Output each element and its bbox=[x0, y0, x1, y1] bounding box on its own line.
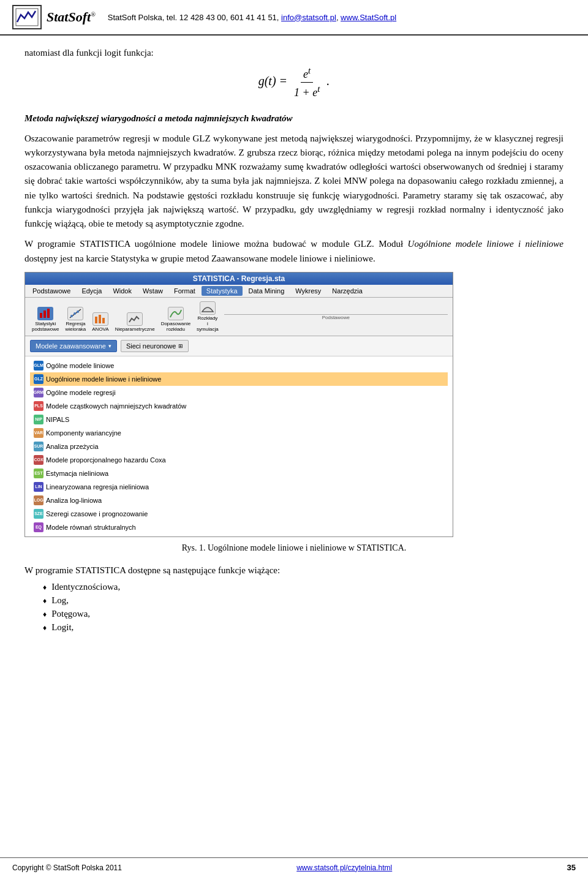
icon-glm: GLM bbox=[34, 361, 43, 371]
statsoft-logo-icon bbox=[12, 5, 42, 29]
section-heading-bold: Metoda największej wiarygodności a metod… bbox=[24, 113, 293, 123]
titlebar-text: STATISTICA - Regresja.sta bbox=[193, 274, 285, 283]
menu-item-komponenty-label: Komponenty wariancyjne bbox=[46, 429, 121, 437]
menu-item-ogolne[interactable]: GLM Ogólne modele liniowe bbox=[30, 359, 448, 372]
contact-text: StatSoft Polska, tel. 12 428 43 00, 601 … bbox=[108, 13, 279, 22]
menu-item-uogolnione-label: Uogólnione modele liniowe i nieliniowe bbox=[46, 375, 161, 383]
dropdown-sieci-neuronowe[interactable]: Sieci neuronowe ⊞ bbox=[121, 340, 189, 352]
icon-glz: GLZ bbox=[34, 374, 43, 384]
svg-point-5 bbox=[70, 315, 73, 317]
toolbar-btn-rozklady[interactable]: Rozkłady isymulacja bbox=[195, 300, 221, 333]
menu-item-ogolne-regresji[interactable]: GRM Ogólne modele regresji bbox=[30, 386, 448, 399]
menu-item-przezycia[interactable]: SUR Analiza przeżycia bbox=[30, 440, 448, 453]
contact-email[interactable]: info@statsoft.pl bbox=[281, 13, 336, 22]
menu-item-komponenty[interactable]: VAR Komponenty wariancyjne bbox=[30, 426, 448, 440]
icon-nip: NIP bbox=[34, 415, 43, 424]
svg-rect-1 bbox=[40, 313, 42, 318]
list-item-identycznosc: Identycznościowa, bbox=[43, 582, 564, 592]
screenshot-toolbar: Statystykipodstawowe Regresjawieloraka A… bbox=[25, 298, 453, 336]
formula-intro-text: natomiast dla funkcji logit funkcja: bbox=[24, 48, 564, 58]
statistica-screenshot: STATISTICA - Regresja.sta Podstawowe Edy… bbox=[24, 272, 453, 537]
menu-item-rownan-label: Modele równań strukturalnych bbox=[46, 524, 136, 531]
bullet-list: Identycznościowa, Log, Potęgowa, Logit, bbox=[24, 582, 564, 633]
list-intro-text: W programie STATISTICA dostępne są nastę… bbox=[24, 565, 564, 576]
menu-item-szeregi-label: Szeregi czasowe i prognozowanie bbox=[46, 510, 148, 518]
body-paragraph-1: Oszacowanie parametrów regresji w module… bbox=[24, 132, 564, 231]
list-item-potegowa-text: Potęgowa, bbox=[51, 609, 90, 619]
toolbar-btn-statystyki[interactable]: Statystykipodstawowe bbox=[30, 306, 61, 333]
icon-est: EST bbox=[34, 469, 43, 478]
logo-area: StatSoft® bbox=[12, 5, 96, 29]
menu-statystyka[interactable]: Statystyka bbox=[202, 286, 243, 296]
menu-item-nipals-label: NIPALS bbox=[46, 416, 69, 423]
menu-widok[interactable]: Widok bbox=[108, 286, 137, 296]
body-paragraph-2: W programie STATISTICA uogólnione modele… bbox=[24, 237, 564, 266]
dropdown-modele-zaawansowane[interactable]: Modele zaawansowane ▾ bbox=[30, 340, 117, 352]
screenshot-titlebar: STATISTICA - Regresja.sta bbox=[25, 273, 453, 285]
menu-item-ogolne-label: Ogólne modele liniowe bbox=[46, 362, 114, 369]
copyright-text: Copyright © StatSoft Polska 2011 bbox=[12, 864, 122, 872]
menu-edycja[interactable]: Edycja bbox=[77, 286, 107, 296]
menu-datamining[interactable]: Data Mining bbox=[244, 286, 290, 296]
icon-grm: GRM bbox=[34, 388, 43, 397]
formula-fraction: et 1 + et bbox=[292, 66, 322, 99]
list-item-logit-text: Logit, bbox=[51, 622, 74, 633]
menu-item-linearyzowana[interactable]: LIN Linearyzowana regresja nieliniowa bbox=[30, 480, 448, 494]
svg-point-7 bbox=[77, 311, 79, 313]
list-item-log-text: Log, bbox=[51, 595, 69, 606]
icon-szer: SZE bbox=[34, 509, 43, 519]
header-contact-info: StatSoft Polska, tel. 12 428 43 00, 601 … bbox=[108, 13, 396, 22]
menu-item-uogolnione[interactable]: GLZ Uogólnione modele liniowe i nielinio… bbox=[30, 372, 448, 386]
contact-website[interactable]: www.StatSoft.pl bbox=[341, 13, 396, 22]
list-item-potegowa: Potęgowa, bbox=[43, 609, 564, 619]
screenshot-menubar: Podstawowe Edycja Widok Wstaw Format Sta… bbox=[25, 285, 453, 298]
menu-narzedzia[interactable]: Narzędzia bbox=[327, 286, 368, 296]
menu-item-rownan[interactable]: EQ Modele równań strukturalnych bbox=[30, 521, 448, 534]
menu-item-coxa-label: Modele proporcjonalnego hazardu Coxa bbox=[46, 456, 166, 464]
statsoft-brand-name: StatSoft® bbox=[47, 9, 96, 25]
formula-denominator: 1 + et bbox=[292, 83, 322, 99]
icon-var: VAR bbox=[34, 428, 43, 438]
screenshot-menu-list: GLM Ogólne modele liniowe GLZ Uogólnione… bbox=[30, 359, 448, 534]
toolbar-btn-anova[interactable]: ANOVA bbox=[90, 311, 110, 333]
formula-block: g(t) = et 1 + et . bbox=[24, 66, 564, 99]
module-name-italic: Uogólnione modele liniowe i nieliniowe bbox=[408, 239, 564, 249]
main-content: natomiast dla funkcji logit funkcja: g(t… bbox=[0, 36, 588, 672]
menu-item-coxa[interactable]: COX Modele proporcjonalnego hazardu Coxa bbox=[30, 453, 448, 467]
icon-log: LOG bbox=[34, 495, 43, 505]
menu-wstaw[interactable]: Wstaw bbox=[138, 286, 168, 296]
icon-cox: COX bbox=[34, 455, 43, 465]
menu-podstawowe[interactable]: Podstawowe bbox=[28, 286, 75, 296]
menu-item-estymacja[interactable]: EST Estymacja nieliniowa bbox=[30, 467, 448, 480]
page-number: 35 bbox=[567, 863, 576, 872]
toolbar-btn-dopasowanie[interactable]: Dopasowanierozkładu bbox=[159, 306, 192, 333]
formula-numerator: et bbox=[301, 66, 313, 83]
menu-wykresy[interactable]: Wykresy bbox=[290, 286, 326, 296]
page-header: StatSoft® StatSoft Polska, tel. 12 428 4… bbox=[0, 0, 588, 36]
toolbar-btn-nieparametryczne[interactable]: Nieparametryczne bbox=[113, 311, 157, 333]
menu-item-czastkowych-label: Modele cząstkowych najmniejszych kwadrat… bbox=[46, 402, 186, 410]
svg-rect-3 bbox=[47, 309, 50, 318]
icon-pls: PLS bbox=[34, 401, 43, 411]
svg-rect-2 bbox=[43, 311, 46, 318]
footer-link[interactable]: www.statsoft.pl/czytelnia.html bbox=[296, 864, 392, 872]
list-item-identycznosc-text: Identycznościowa, bbox=[51, 582, 120, 592]
menu-item-log-liniowa[interactable]: LOG Analiza log-liniowa bbox=[30, 494, 448, 507]
toolbar-btn-regresja[interactable]: Regresjawieloraka bbox=[63, 306, 88, 333]
page-footer: Copyright © StatSoft Polska 2011 www.sta… bbox=[0, 857, 588, 877]
menu-item-szeregi[interactable]: SZE Szeregi czasowe i prognozowanie bbox=[30, 507, 448, 521]
svg-point-6 bbox=[74, 312, 76, 315]
icon-lin: LIN bbox=[34, 482, 43, 492]
menu-item-linearyzowana-label: Linearyzowana regresja nieliniowa bbox=[46, 483, 149, 491]
formula-display: g(t) = et 1 + et . bbox=[258, 66, 330, 99]
menu-item-nipals[interactable]: NIP NIPALS bbox=[30, 413, 448, 426]
brand-trademark: ® bbox=[91, 11, 96, 18]
menu-format[interactable]: Format bbox=[169, 286, 200, 296]
svg-rect-10 bbox=[102, 318, 105, 323]
figure-caption: Rys. 1. Uogólnione modele liniowe i niel… bbox=[24, 543, 564, 553]
svg-rect-9 bbox=[99, 315, 101, 323]
menu-item-czastkowych[interactable]: PLS Modele cząstkowych najmniejszych kwa… bbox=[30, 399, 448, 413]
menu-item-ogolne-regresji-label: Ogólne modele regresji bbox=[46, 389, 116, 396]
svg-rect-8 bbox=[95, 317, 97, 323]
icon-eq: EQ bbox=[34, 522, 43, 532]
